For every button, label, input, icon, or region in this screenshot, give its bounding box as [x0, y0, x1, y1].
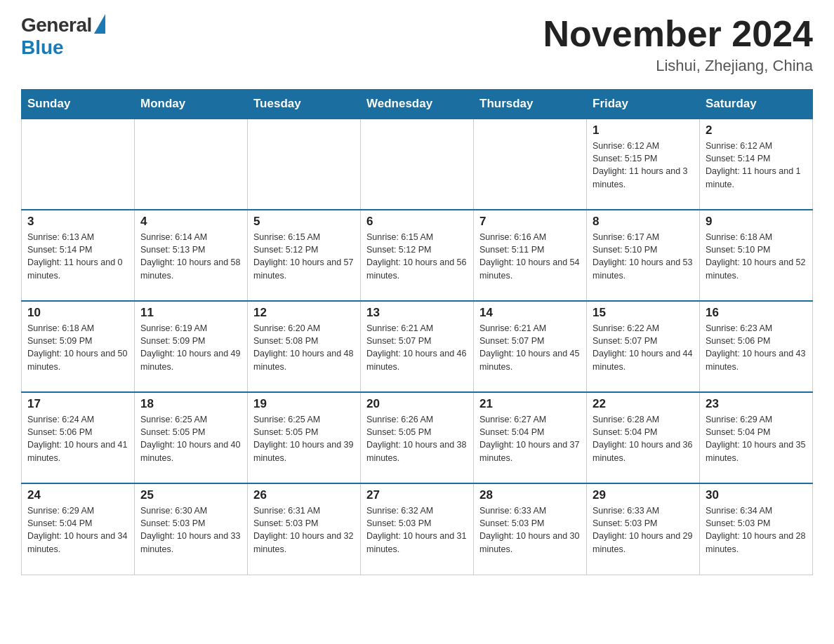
day-info: Sunrise: 6:22 AM Sunset: 5:07 PM Dayligh… [593, 322, 694, 373]
day-number: 21 [479, 397, 581, 411]
day-info: Sunrise: 6:27 AM Sunset: 5:04 PM Dayligh… [479, 413, 581, 464]
day-info: Sunrise: 6:21 AM Sunset: 5:07 PM Dayligh… [479, 322, 581, 373]
calendar-week-row: 3Sunrise: 6:13 AM Sunset: 5:14 PM Daylig… [22, 210, 813, 301]
day-number: 9 [706, 215, 807, 229]
day-number: 30 [706, 488, 807, 502]
day-number: 13 [366, 306, 468, 320]
calendar-header-row: SundayMondayTuesdayWednesdayThursdayFrid… [22, 90, 813, 119]
calendar-cell: 21Sunrise: 6:27 AM Sunset: 5:04 PM Dayli… [474, 392, 587, 483]
calendar-cell: 23Sunrise: 6:29 AM Sunset: 5:04 PM Dayli… [700, 392, 813, 483]
calendar-day-header: Monday [135, 90, 248, 119]
day-info: Sunrise: 6:15 AM Sunset: 5:12 PM Dayligh… [366, 231, 468, 282]
calendar-day-header: Saturday [700, 90, 813, 119]
day-info: Sunrise: 6:17 AM Sunset: 5:10 PM Dayligh… [593, 231, 694, 282]
day-info: Sunrise: 6:28 AM Sunset: 5:04 PM Dayligh… [593, 413, 694, 464]
day-info: Sunrise: 6:18 AM Sunset: 5:09 PM Dayligh… [27, 322, 128, 373]
calendar-table: SundayMondayTuesdayWednesdayThursdayFrid… [21, 89, 813, 575]
day-info: Sunrise: 6:20 AM Sunset: 5:08 PM Dayligh… [253, 322, 355, 373]
day-number: 1 [593, 123, 694, 137]
calendar-cell [361, 119, 474, 210]
calendar-cell: 25Sunrise: 6:30 AM Sunset: 5:03 PM Dayli… [135, 483, 248, 575]
day-info: Sunrise: 6:31 AM Sunset: 5:03 PM Dayligh… [253, 504, 355, 556]
calendar-week-row: 24Sunrise: 6:29 AM Sunset: 5:04 PM Dayli… [22, 483, 813, 575]
calendar-day-header: Friday [587, 90, 700, 119]
calendar-cell: 15Sunrise: 6:22 AM Sunset: 5:07 PM Dayli… [587, 301, 700, 392]
calendar-cell: 11Sunrise: 6:19 AM Sunset: 5:09 PM Dayli… [135, 301, 248, 392]
day-info: Sunrise: 6:29 AM Sunset: 5:04 PM Dayligh… [27, 504, 128, 556]
calendar-cell: 28Sunrise: 6:33 AM Sunset: 5:03 PM Dayli… [474, 483, 587, 575]
day-number: 19 [253, 397, 355, 411]
day-number: 28 [479, 488, 581, 502]
location-text: Lishui, Zhejiang, China [543, 57, 813, 75]
day-info: Sunrise: 6:33 AM Sunset: 5:03 PM Dayligh… [479, 504, 581, 556]
day-number: 23 [706, 397, 807, 411]
calendar-week-row: 17Sunrise: 6:24 AM Sunset: 5:06 PM Dayli… [22, 392, 813, 483]
calendar-cell [474, 119, 587, 210]
day-number: 16 [706, 306, 807, 320]
day-number: 6 [366, 215, 468, 229]
calendar-cell: 29Sunrise: 6:33 AM Sunset: 5:03 PM Dayli… [587, 483, 700, 575]
calendar-cell: 22Sunrise: 6:28 AM Sunset: 5:04 PM Dayli… [587, 392, 700, 483]
calendar-cell: 17Sunrise: 6:24 AM Sunset: 5:06 PM Dayli… [22, 392, 135, 483]
day-number: 11 [140, 306, 241, 320]
logo-general-text: General [21, 14, 92, 36]
day-number: 25 [140, 488, 241, 502]
calendar-cell: 13Sunrise: 6:21 AM Sunset: 5:07 PM Dayli… [361, 301, 474, 392]
day-number: 5 [253, 215, 355, 229]
calendar-cell: 4Sunrise: 6:14 AM Sunset: 5:13 PM Daylig… [135, 210, 248, 301]
calendar-cell: 12Sunrise: 6:20 AM Sunset: 5:08 PM Dayli… [248, 301, 361, 392]
day-info: Sunrise: 6:25 AM Sunset: 5:05 PM Dayligh… [253, 413, 355, 464]
day-info: Sunrise: 6:16 AM Sunset: 5:11 PM Dayligh… [479, 231, 581, 282]
day-info: Sunrise: 6:14 AM Sunset: 5:13 PM Dayligh… [140, 231, 241, 282]
calendar-cell: 2Sunrise: 6:12 AM Sunset: 5:14 PM Daylig… [700, 119, 813, 210]
day-number: 4 [140, 215, 241, 229]
calendar-day-header: Sunday [22, 90, 135, 119]
day-number: 12 [253, 306, 355, 320]
day-info: Sunrise: 6:32 AM Sunset: 5:03 PM Dayligh… [366, 504, 468, 556]
day-info: Sunrise: 6:12 AM Sunset: 5:14 PM Dayligh… [706, 140, 807, 191]
day-info: Sunrise: 6:33 AM Sunset: 5:03 PM Dayligh… [593, 504, 694, 556]
calendar-cell: 5Sunrise: 6:15 AM Sunset: 5:12 PM Daylig… [248, 210, 361, 301]
day-info: Sunrise: 6:15 AM Sunset: 5:12 PM Dayligh… [253, 231, 355, 282]
day-info: Sunrise: 6:23 AM Sunset: 5:06 PM Dayligh… [706, 322, 807, 373]
day-info: Sunrise: 6:24 AM Sunset: 5:06 PM Dayligh… [27, 413, 128, 464]
page-header: General Blue November 2024 Lishui, Zheji… [21, 14, 813, 75]
calendar-cell: 20Sunrise: 6:26 AM Sunset: 5:05 PM Dayli… [361, 392, 474, 483]
day-number: 14 [479, 306, 581, 320]
calendar-week-row: 10Sunrise: 6:18 AM Sunset: 5:09 PM Dayli… [22, 301, 813, 392]
day-number: 7 [479, 215, 581, 229]
calendar-cell: 19Sunrise: 6:25 AM Sunset: 5:05 PM Dayli… [248, 392, 361, 483]
day-number: 26 [253, 488, 355, 502]
calendar-week-row: 1Sunrise: 6:12 AM Sunset: 5:15 PM Daylig… [22, 119, 813, 210]
day-number: 29 [593, 488, 694, 502]
day-number: 3 [27, 215, 128, 229]
calendar-day-header: Wednesday [361, 90, 474, 119]
logo: General Blue [21, 14, 105, 59]
calendar-cell [22, 119, 135, 210]
calendar-cell: 14Sunrise: 6:21 AM Sunset: 5:07 PM Dayli… [474, 301, 587, 392]
day-info: Sunrise: 6:34 AM Sunset: 5:03 PM Dayligh… [706, 504, 807, 556]
day-number: 17 [27, 397, 128, 411]
calendar-cell: 24Sunrise: 6:29 AM Sunset: 5:04 PM Dayli… [22, 483, 135, 575]
day-number: 24 [27, 488, 128, 502]
calendar-cell: 1Sunrise: 6:12 AM Sunset: 5:15 PM Daylig… [587, 119, 700, 210]
calendar-cell: 6Sunrise: 6:15 AM Sunset: 5:12 PM Daylig… [361, 210, 474, 301]
day-info: Sunrise: 6:12 AM Sunset: 5:15 PM Dayligh… [593, 140, 694, 191]
day-number: 15 [593, 306, 694, 320]
month-title: November 2024 [543, 14, 813, 54]
calendar-day-header: Thursday [474, 90, 587, 119]
day-number: 22 [593, 397, 694, 411]
day-info: Sunrise: 6:30 AM Sunset: 5:03 PM Dayligh… [140, 504, 241, 556]
day-info: Sunrise: 6:29 AM Sunset: 5:04 PM Dayligh… [706, 413, 807, 464]
day-info: Sunrise: 6:21 AM Sunset: 5:07 PM Dayligh… [366, 322, 468, 373]
day-number: 27 [366, 488, 468, 502]
day-number: 20 [366, 397, 468, 411]
calendar-cell: 27Sunrise: 6:32 AM Sunset: 5:03 PM Dayli… [361, 483, 474, 575]
calendar-cell [135, 119, 248, 210]
calendar-cell: 26Sunrise: 6:31 AM Sunset: 5:03 PM Dayli… [248, 483, 361, 575]
calendar-cell: 18Sunrise: 6:25 AM Sunset: 5:05 PM Dayli… [135, 392, 248, 483]
logo-blue-text: Blue [21, 36, 64, 59]
calendar-cell: 9Sunrise: 6:18 AM Sunset: 5:10 PM Daylig… [700, 210, 813, 301]
day-info: Sunrise: 6:13 AM Sunset: 5:14 PM Dayligh… [27, 231, 128, 282]
day-info: Sunrise: 6:19 AM Sunset: 5:09 PM Dayligh… [140, 322, 241, 373]
